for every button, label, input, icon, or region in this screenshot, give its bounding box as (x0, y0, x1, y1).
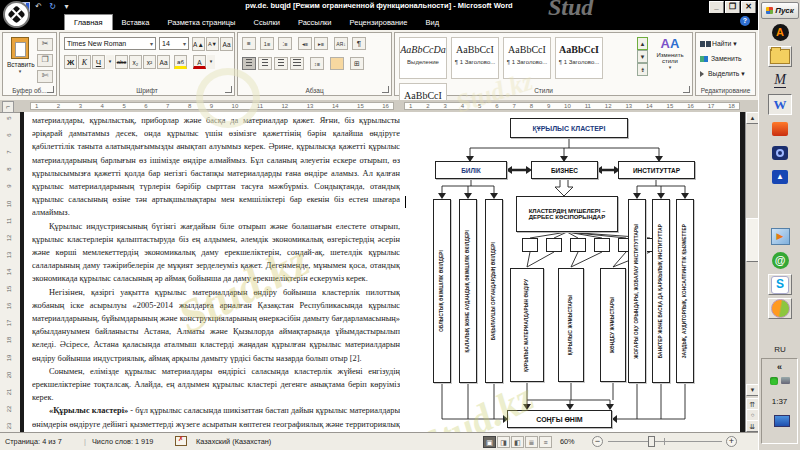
strikethrough-icon[interactable]: abc (115, 55, 128, 69)
bold-icon[interactable]: Ж (64, 55, 77, 69)
ribbon-tab[interactable]: Разметка страницы (158, 15, 244, 30)
highlight-icon[interactable]: аб (174, 55, 187, 69)
media-player-icon[interactable] (768, 142, 792, 163)
fullscreen-reading-view-icon[interactable]: ◨ (497, 436, 510, 448)
network-signal-icon[interactable] (770, 377, 778, 385)
change-styles-button[interactable]: АА Изменить стили ▾ (650, 37, 690, 70)
zoom-slider-thumb[interactable] (648, 436, 655, 447)
windows-flag-icon[interactable] (774, 415, 790, 427)
change-case-icon[interactable]: Аа (157, 55, 170, 69)
underline-dropdown-icon[interactable]: ▾ (106, 55, 114, 69)
cut-icon[interactable]: ✂ (37, 38, 53, 51)
show-marks-icon[interactable]: ¶ (352, 37, 366, 50)
folder-icon[interactable] (768, 46, 792, 67)
paragraph-dialog-launcher[interactable] (382, 86, 389, 93)
language-indicator[interactable]: Казахский (Казахстан) (196, 437, 271, 446)
copy-icon[interactable]: ❐ (37, 54, 53, 67)
tab-selector[interactable]: ⌐ (2, 101, 14, 113)
spellcheck-icon[interactable] (175, 436, 187, 446)
align-right-icon[interactable] (274, 57, 288, 70)
paste-button[interactable]: Вставить ▾ (7, 37, 33, 77)
help-icon[interactable]: ? (740, 16, 750, 26)
wmp-icon[interactable]: ▶ (768, 226, 792, 247)
styles-more-icon[interactable]: ⇟ (637, 63, 648, 76)
cluster-diagram[interactable]: ҚҰРЫЛЫС КЛАСТЕРІ БИЛІК БИЗНЕС ИНСТИТУТТА… (404, 112, 745, 432)
language-bar[interactable]: RU (759, 345, 800, 354)
zoom-out-icon[interactable]: − (592, 436, 603, 447)
start-button[interactable]: Пуск (761, 2, 799, 19)
bullets-icon[interactable]: ≡ (242, 37, 256, 50)
tray-device-icon[interactable] (781, 377, 790, 384)
ribbon-tab[interactable]: Вставка (113, 15, 159, 30)
document-text-column[interactable]: материалдары, құрылыстық, приборлар және… (32, 114, 400, 430)
sphere-app-icon[interactable] (768, 298, 792, 319)
font-color-icon[interactable]: А (193, 55, 206, 69)
font-size-combo[interactable]: 14▾ (159, 37, 189, 50)
multilevel-list-icon[interactable]: ⁚≡ (278, 37, 292, 50)
ribbon-tab[interactable]: Рецензирование (341, 15, 417, 30)
word-count[interactable]: Число слов: 1 919 (92, 437, 153, 446)
draft-view-icon[interactable]: ≡ (539, 436, 552, 448)
document-page[interactable]: Stud.kz Stud.kz материалдары, құрылыстық… (20, 112, 745, 432)
vertical-scrollbar[interactable]: ▲ ▼ ⇈ ○ ⇊ (745, 112, 758, 432)
style-item[interactable]: AaBbCcDa Выделение (399, 37, 447, 79)
sort-icon[interactable]: АЯ↓ (334, 37, 348, 50)
redo-icon[interactable]: ↻ (47, 2, 58, 12)
ribbon-tab[interactable]: Ссылки (244, 15, 288, 30)
shrink-font-icon[interactable]: А▼ (206, 37, 219, 51)
mailru-agent-icon[interactable]: @ (768, 250, 792, 271)
download-manager-icon[interactable] (768, 118, 792, 139)
italic-icon[interactable]: К (78, 55, 91, 69)
font-name-combo[interactable]: Times New Roman▾ (64, 37, 156, 50)
replace-button[interactable]: Заменить (700, 55, 742, 62)
clear-formatting-icon[interactable]: Аа (220, 37, 233, 51)
aimp-icon[interactable]: A (768, 22, 792, 43)
zoom-level[interactable]: 60% (560, 437, 575, 446)
clipboard-dialog-launcher[interactable] (47, 86, 54, 93)
zoom-in-icon[interactable]: + (726, 436, 737, 447)
print-layout-view-icon[interactable]: ▣ (483, 436, 496, 448)
justify-icon[interactable] (290, 57, 304, 70)
ribbon-tab[interactable]: Главная (64, 14, 113, 30)
increase-indent-icon[interactable]: ▸≡ (314, 37, 328, 50)
styles-scroll-up-icon[interactable]: ▲ (637, 37, 648, 50)
subscript-icon[interactable]: x₂ (129, 55, 142, 69)
numbering-icon[interactable]: 1≡ (260, 37, 274, 50)
clock[interactable]: 1:37 (762, 397, 797, 406)
font-color-dropdown-icon[interactable]: ▾ (207, 55, 215, 69)
style-item[interactable]: AaBbCcI ¶ 1 Заголово... (503, 37, 551, 79)
undo-icon[interactable]: ↶ (33, 2, 44, 12)
office-button[interactable] (3, 1, 30, 28)
borders-icon[interactable]: ⊞ (350, 57, 364, 70)
ribbon-tab[interactable]: Рассылки (289, 15, 341, 30)
customize-qat-icon[interactable]: ▾ (61, 2, 72, 12)
tray-collapse-icon[interactable]: « (762, 362, 797, 372)
skype-icon[interactable]: S (768, 274, 792, 295)
style-item[interactable]: AaBbCcI ¶ 1 Заголово... (451, 37, 499, 79)
blue-app-icon[interactable]: ▲ (768, 166, 792, 187)
superscript-icon[interactable]: x² (143, 55, 156, 69)
underline-icon[interactable]: Ч (92, 55, 105, 69)
align-center-icon[interactable] (258, 57, 272, 70)
line-spacing-icon[interactable]: ↕≡ (310, 57, 324, 70)
align-left-icon[interactable] (242, 57, 256, 70)
outline-view-icon[interactable]: ≣ (525, 436, 538, 448)
select-button[interactable]: Выделить ▾ (700, 70, 745, 78)
grow-font-icon[interactable]: А▲ (192, 37, 205, 51)
shading-icon[interactable] (330, 57, 344, 70)
font-dialog-launcher[interactable] (225, 86, 232, 93)
styles-dialog-launcher[interactable] (683, 86, 690, 93)
zoom-slider-track[interactable] (608, 441, 722, 442)
vertical-ruler[interactable]: 567891011121314151617181920212223 (2, 114, 16, 430)
decrease-indent-icon[interactable]: ◂≡ (298, 37, 312, 50)
style-item[interactable]: AaBbCcI ¶ 1 Заголово... (555, 37, 603, 79)
paste-dropdown-icon[interactable]: ▾ (7, 68, 33, 74)
find-button[interactable]: Найти ▾ (700, 40, 737, 48)
web-layout-view-icon[interactable]: ◧ (511, 436, 524, 448)
scribble-app-icon[interactable]: M (768, 70, 792, 91)
page-indicator[interactable]: Страница: 4 из 7 (5, 437, 62, 446)
styles-scroll-down-icon[interactable]: ▼ (637, 50, 648, 63)
format-painter-icon[interactable]: ✄ (37, 70, 53, 83)
ribbon-tab[interactable]: Вид (416, 15, 448, 30)
word-taskbar-icon[interactable]: W (768, 94, 792, 115)
